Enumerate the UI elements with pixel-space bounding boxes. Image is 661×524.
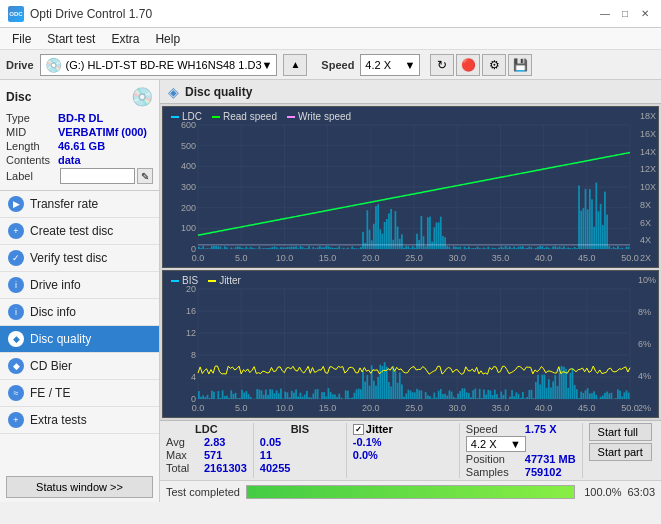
bis-max-row: 11 [260, 449, 340, 461]
eject-button[interactable]: ▲ [283, 54, 307, 76]
legend-jitter: Jitter [208, 275, 241, 286]
disc-quality-icon: ◆ [8, 331, 24, 347]
menu-start-test[interactable]: Start test [39, 30, 103, 48]
contents-value: data [58, 154, 81, 166]
close-button[interactable]: ✕ [637, 6, 653, 22]
chart1-y-axis-right: 18X 16X 14X 12X 10X 8X 6X 4X 2X [640, 107, 656, 267]
start-full-button[interactable]: Start full [589, 423, 652, 441]
sidebar-item-disc-info[interactable]: i Disc info [0, 299, 159, 326]
progress-bar-container [246, 485, 575, 499]
samples-row: Samples 759102 [466, 466, 576, 478]
maximize-button[interactable]: □ [617, 6, 633, 22]
sidebar-item-verify-test-disc[interactable]: ✓ Verify test disc [0, 245, 159, 272]
label-label: Label [6, 170, 58, 182]
menu-bar: File Start test Extra Help [0, 28, 661, 50]
transfer-rate-icon: ▶ [8, 196, 24, 212]
ldc-max-value: 571 [204, 449, 222, 461]
position-row: Position 47731 MB [466, 453, 576, 465]
max-label: Max [166, 449, 204, 461]
legend-bis: BIS [171, 275, 198, 286]
content-title: Disc quality [185, 85, 252, 99]
bis-stats-col: BIS 0.05 11 40255 [260, 423, 340, 478]
toolbar-icons: ↻ 🔴 ⚙ 💾 [430, 54, 532, 76]
extra-tests-icon: + [8, 412, 24, 428]
speed-info-col: Speed 1.75 X 4.2 X▼ Position 47731 MB Sa… [466, 423, 576, 478]
total-label: Total [166, 462, 204, 474]
jitter-stats-col: ✓ Jitter -0.1% 0.0% [353, 423, 453, 478]
drive-info-icon: i [8, 277, 24, 293]
disc-contents-row: Contents data [6, 154, 153, 166]
chart1-legend: LDC Read speed Write speed [171, 111, 351, 122]
chart1-container: LDC Read speed Write speed 18X 16X 14X [162, 106, 659, 268]
status-window-button[interactable]: Status window >> [6, 476, 153, 498]
disc-mid-row: MID VERBATIMf (000) [6, 126, 153, 138]
sidebar-item-create-test-disc[interactable]: + Create test disc [0, 218, 159, 245]
charts-area: LDC Read speed Write speed 18X 16X 14X [160, 104, 661, 420]
sidebar-item-label-verify: Verify test disc [30, 251, 107, 265]
menu-help[interactable]: Help [147, 30, 188, 48]
verify-test-disc-icon: ✓ [8, 250, 24, 266]
length-value: 46.61 GB [58, 140, 105, 152]
sidebar-item-fe-te[interactable]: ≈ FE / TE [0, 380, 159, 407]
sidebar-item-transfer-rate[interactable]: ▶ Transfer rate [0, 191, 159, 218]
type-label: Type [6, 112, 58, 124]
content-icon: ◈ [168, 84, 179, 100]
save-icon-button[interactable]: 💾 [508, 54, 532, 76]
speed-selector[interactable]: 4.2 X▼ [360, 54, 420, 76]
avg-label: Avg [166, 436, 204, 448]
jitter-checkbox-row: ✓ Jitter [353, 423, 453, 435]
app-icon: ODC [8, 6, 24, 22]
menu-file[interactable]: File [4, 30, 39, 48]
sidebar: Disc 💿 Type BD-R DL MID VERBATIMf (000) … [0, 80, 160, 502]
legend-write-speed: Write speed [287, 111, 351, 122]
sidebar-item-drive-info[interactable]: i Drive info [0, 272, 159, 299]
progress-percent: 100.0% [581, 486, 621, 498]
speed-stat-label: Speed [466, 423, 521, 435]
bis-header: BIS [260, 423, 340, 435]
refresh-icon-button[interactable]: ↻ [430, 54, 454, 76]
disc-info-icon: i [8, 304, 24, 320]
menu-extra[interactable]: Extra [103, 30, 147, 48]
fe-te-icon: ≈ [8, 385, 24, 401]
sidebar-item-extra-tests[interactable]: + Extra tests [0, 407, 159, 434]
sidebar-item-disc-quality[interactable]: ◆ Disc quality [0, 326, 159, 353]
sidebar-item-label-cd-bier: CD Bier [30, 359, 72, 373]
speed-label: Speed [321, 59, 354, 71]
read-speed-legend-dot [212, 116, 220, 118]
sidebar-item-cd-bier[interactable]: ◆ CD Bier [0, 353, 159, 380]
cd-bier-icon: ◆ [8, 358, 24, 374]
disc-section: Disc 💿 Type BD-R DL MID VERBATIMf (000) … [0, 80, 159, 191]
minimize-button[interactable]: — [597, 6, 613, 22]
chart2-legend: BIS Jitter [171, 275, 241, 286]
speed-stats-selector[interactable]: 4.2 X▼ [466, 436, 526, 452]
contents-label: Contents [6, 154, 58, 166]
label-input[interactable] [60, 168, 135, 184]
type-value: BD-R DL [58, 112, 103, 124]
disc-length-row: Length 46.61 GB [6, 140, 153, 152]
jitter-legend-label: Jitter [219, 275, 241, 286]
burn-icon-button[interactable]: 🔴 [456, 54, 480, 76]
sidebar-menu: ▶ Transfer rate + Create test disc ✓ Ver… [0, 191, 159, 472]
settings-icon-button[interactable]: ⚙ [482, 54, 506, 76]
length-label: Length [6, 140, 58, 152]
start-part-button[interactable]: Start part [589, 443, 652, 461]
progress-timer: 63:03 [627, 486, 655, 498]
speed-row: Speed 1.75 X [466, 423, 576, 435]
jitter-max-value: 0.0% [353, 449, 378, 461]
sidebar-item-label-disc-quality: Disc quality [30, 332, 91, 346]
ldc-avg-row: Avg 2.83 [166, 436, 247, 448]
chart1-canvas [163, 107, 658, 267]
chart2-canvas [163, 271, 658, 417]
stats-bar: LDC Avg 2.83 Max 571 Total 2161303 BIS [160, 420, 661, 480]
label-edit-button[interactable]: ✎ [137, 168, 153, 184]
position-value: 47731 MB [525, 453, 576, 465]
drive-toolbar: Drive 💿 (G:) HL-DT-ST BD-RE WH16NS48 1.D… [0, 50, 661, 80]
drive-selector[interactable]: 💿 (G:) HL-DT-ST BD-RE WH16NS48 1.D3 ▼ [40, 54, 278, 76]
title-bar: ODC Opti Drive Control 1.70 — □ ✕ [0, 0, 661, 28]
ldc-total-row: Total 2161303 [166, 462, 247, 474]
bis-total-row: 40255 [260, 462, 340, 474]
jitter-avg-row: -0.1% [353, 436, 453, 448]
jitter-avg-value: -0.1% [353, 436, 382, 448]
samples-value: 759102 [525, 466, 562, 478]
jitter-checkbox[interactable]: ✓ [353, 424, 364, 435]
